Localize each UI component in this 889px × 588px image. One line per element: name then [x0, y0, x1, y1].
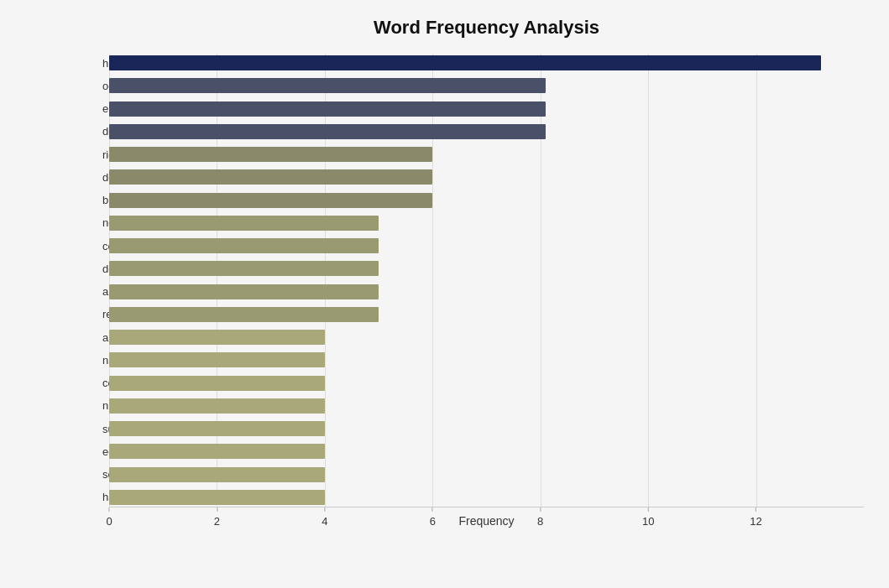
bar-wrapper	[109, 124, 864, 139]
bar-row: human	[109, 54, 864, 72]
bar	[109, 376, 325, 391]
bar-row: ecosystem	[109, 442, 864, 461]
bars-section: humanoceanenvironmentaldecisionrightdeci…	[109, 54, 864, 507]
x-tick: 4	[322, 507, 327, 528]
bar	[109, 169, 432, 185]
bar-wrapper	[109, 467, 864, 482]
bar	[109, 216, 379, 231]
bar-wrapper	[109, 169, 864, 185]
x-tick: 10	[642, 507, 654, 528]
bar-wrapper	[109, 193, 864, 208]
bar-row: consider	[109, 237, 864, 255]
bar-row: article	[109, 328, 864, 346]
x-tick-line	[324, 507, 325, 512]
x-tick-line	[217, 507, 217, 512]
bar-row: decision	[109, 122, 864, 141]
bar-row: need	[109, 214, 864, 232]
bar	[109, 284, 379, 299]
bar	[109, 238, 379, 253]
bar-wrapper	[109, 330, 864, 345]
bar-wrapper	[109, 261, 864, 276]
x-tick: 12	[750, 507, 761, 528]
bar	[109, 261, 379, 276]
bar-wrapper	[109, 444, 864, 459]
bar-wrapper	[109, 398, 864, 414]
bar	[109, 78, 546, 93]
x-tick-value: 8	[537, 515, 543, 528]
x-tick-value: 6	[430, 515, 436, 528]
chart-container: Word Frequency Analysis humanoceanenviro…	[0, 0, 889, 588]
bar-wrapper	[109, 101, 864, 117]
chart-area: humanoceanenvironmentaldecisionrightdeci…	[109, 54, 864, 540]
x-tick-value: 0	[106, 515, 112, 528]
x-axis: 024681012 Frequency	[109, 507, 864, 540]
x-tick-value: 12	[750, 515, 761, 528]
x-tick: 8	[537, 507, 543, 528]
bar-wrapper	[109, 55, 864, 70]
bar	[109, 330, 325, 345]
bar-wrapper	[109, 376, 864, 391]
bar-row: nature	[109, 351, 864, 369]
bar-wrapper	[109, 352, 864, 367]
x-tick-line	[108, 507, 109, 512]
bar-row: sustainability	[109, 419, 864, 438]
x-tick-value: 10	[642, 515, 654, 528]
bar-row: connections	[109, 374, 864, 393]
x-tick-line	[756, 507, 756, 512]
bar-row: ocean	[109, 76, 864, 95]
bar	[109, 101, 546, 117]
bar-wrapper	[109, 238, 864, 253]
x-tick-value: 2	[214, 515, 220, 528]
bar	[109, 421, 325, 436]
bar	[109, 490, 325, 505]
bar-wrapper	[109, 421, 864, 436]
bar	[109, 193, 432, 208]
bar-wrapper	[109, 284, 864, 299]
bar-row: author	[109, 283, 864, 301]
bar-row: service	[109, 466, 864, 484]
bar	[109, 307, 379, 322]
bar-row: harm	[109, 488, 864, 507]
chart-title: Word Frequency Analysis	[109, 17, 864, 39]
bar	[109, 398, 325, 414]
bar-row: environmental	[109, 100, 864, 118]
bar-wrapper	[109, 216, 864, 231]
bar	[109, 55, 821, 70]
bar-row: deep	[109, 259, 864, 278]
bar-wrapper	[109, 147, 864, 162]
x-tick-value: 4	[322, 515, 327, 528]
bar-row: biodiversity	[109, 191, 864, 210]
bar-row: right	[109, 145, 864, 164]
bar-row: decisions	[109, 168, 864, 186]
bar-wrapper	[109, 307, 864, 322]
x-tick: 0	[106, 507, 112, 528]
bar	[109, 444, 325, 459]
x-tick: 2	[214, 507, 220, 528]
x-tick-line	[648, 507, 649, 512]
bar	[109, 467, 325, 482]
bar	[109, 147, 432, 162]
x-tick: 6	[430, 507, 436, 528]
bar	[109, 124, 546, 139]
bar-row: npj	[109, 397, 864, 415]
bar	[109, 352, 325, 367]
x-tick-line	[432, 507, 433, 512]
bar-wrapper	[109, 490, 864, 505]
bar-wrapper	[109, 78, 864, 93]
x-tick-line	[540, 507, 541, 512]
bar-row: research	[109, 305, 864, 324]
